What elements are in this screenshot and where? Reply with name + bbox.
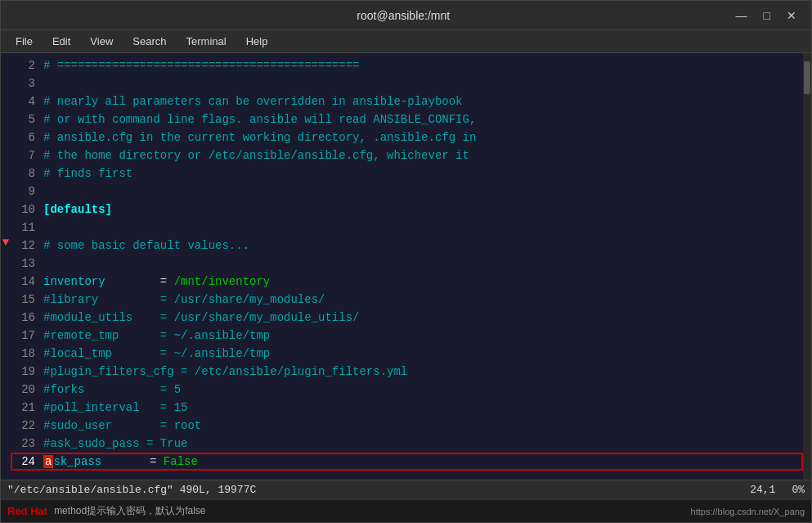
- scrollbar-thumb[interactable]: [804, 61, 810, 94]
- code-line-10: 10 [defaults]: [11, 201, 803, 219]
- menu-help[interactable]: Help: [238, 34, 276, 49]
- code-line-5: 5 # or with command line flags. ansible …: [11, 110, 803, 128]
- code-line-11: 11: [11, 219, 803, 237]
- code-line-22: 22 #sudo_user = root: [11, 417, 803, 435]
- code-line-23: 23 #ask_sudo_pass = True: [11, 435, 803, 453]
- minimize-button[interactable]: —: [731, 7, 752, 24]
- code-line-4: 4 # nearly all parameters can be overrid…: [11, 92, 803, 110]
- code-line-20: 20 #forks = 5: [11, 381, 803, 399]
- line-col: 24,1: [750, 484, 775, 496]
- code-line-9: 9: [11, 183, 803, 201]
- menu-edit[interactable]: Edit: [44, 34, 79, 49]
- status-bar: "/etc/ansible/ansible.cfg" 490L, 19977C …: [1, 480, 811, 499]
- menu-search[interactable]: Search: [124, 34, 174, 49]
- code-line-2: 2 # ====================================…: [11, 56, 803, 74]
- title-bar: root@ansible:/mnt — □ ✕: [1, 1, 811, 30]
- window-controls: — □ ✕: [731, 7, 801, 24]
- terminal-window: root@ansible:/mnt — □ ✕ File Edit View S…: [0, 0, 812, 523]
- left-markers: ▼: [1, 53, 11, 480]
- bottom-message: Red Hat: [7, 505, 54, 517]
- code-line-13: 13: [11, 255, 803, 273]
- code-line-3: 3: [11, 74, 803, 92]
- bottom-bar: Red Hat method提示输入密码，默认为false https://bl…: [1, 499, 811, 522]
- file-status: "/etc/ansible/ansible.cfg" 490L, 19977C: [7, 484, 256, 496]
- code-line-24: 24 ask_pass = False: [11, 453, 803, 471]
- window-title: root@ansible:/mnt: [76, 9, 731, 22]
- code-line-16: 16 #module_utils = /usr/share/my_module_…: [11, 309, 803, 327]
- code-line-14: 14 inventory = /mnt/inventory: [11, 273, 803, 291]
- menu-file[interactable]: File: [7, 34, 41, 49]
- code-line-8: 8 # finds first: [11, 165, 803, 183]
- code-line-7: 7 # the home directory or /etc/ansible/a…: [11, 147, 803, 165]
- menu-bar: File Edit View Search Terminal Help: [1, 30, 811, 53]
- code-line-12: 12 # some basic default values...: [11, 237, 803, 255]
- close-button[interactable]: ✕: [782, 7, 801, 24]
- scroll-percent: 0%: [792, 484, 805, 496]
- hint-text: method提示输入密码，默认为false: [54, 504, 205, 518]
- maximize-button[interactable]: □: [759, 7, 775, 24]
- terminal-body[interactable]: ▼ 2 # ==================================…: [1, 53, 811, 480]
- scrollbar[interactable]: [803, 53, 811, 480]
- code-line-19: 19 #plugin_filters_cfg = /etc/ansible/pl…: [11, 363, 803, 381]
- code-line-21: 21 #poll_interval = 15: [11, 399, 803, 417]
- code-line-17: 17 #remote_tmp = ~/.ansible/tmp: [11, 327, 803, 345]
- code-line-6: 6 # ansible.cfg in the current working d…: [11, 128, 803, 147]
- code-line-15: 15 #library = /usr/share/my_modules/: [11, 291, 803, 309]
- cursor-position: 24,1 0%: [750, 484, 805, 496]
- watermark: https://blog.csdn.net/X_pang: [691, 507, 805, 516]
- menu-terminal[interactable]: Terminal: [178, 34, 235, 49]
- menu-view[interactable]: View: [82, 34, 121, 49]
- code-line-18: 18 #local_tmp = ~/.ansible/tmp: [11, 345, 803, 363]
- code-content: 2 # ====================================…: [11, 53, 803, 480]
